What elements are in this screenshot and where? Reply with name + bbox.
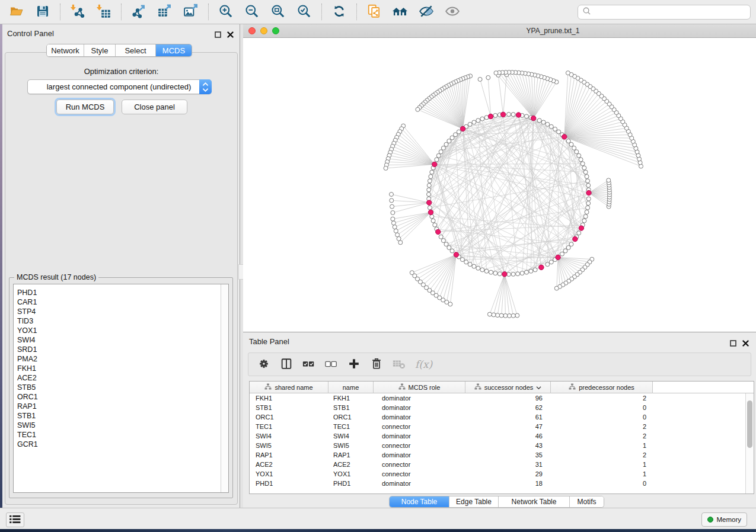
- network-node[interactable]: [577, 231, 581, 235]
- network-node[interactable]: [429, 175, 433, 179]
- network-node[interactable]: [427, 188, 431, 192]
- network-node[interactable]: [496, 313, 500, 318]
- zoom-fit-button[interactable]: [268, 2, 288, 21]
- import-table-button[interactable]: [94, 2, 114, 21]
- window-close-light[interactable]: [248, 27, 256, 34]
- mcds-result-item[interactable]: STB1: [14, 411, 220, 421]
- network-node[interactable]: [476, 266, 480, 270]
- table-cell[interactable]: ACE2: [328, 460, 374, 469]
- network-node[interactable]: [507, 113, 511, 117]
- network-node[interactable]: [586, 206, 590, 210]
- table-cell[interactable]: TEC1: [328, 422, 374, 431]
- table-cell[interactable]: YOX1: [328, 469, 374, 479]
- zoom-in-button[interactable]: [216, 2, 236, 21]
- network-node[interactable]: [494, 71, 498, 75]
- table-row[interactable]: ACE2ACE2connector311: [250, 460, 745, 469]
- eye-slash-button[interactable]: [416, 2, 436, 21]
- function-builder-button[interactable]: f(x): [415, 358, 432, 370]
- column-header-successor-nodes[interactable]: successor nodes: [465, 382, 551, 393]
- network-node[interactable]: [525, 114, 529, 118]
- network-node[interactable]: [583, 214, 588, 219]
- table-cell[interactable]: SWI4: [328, 431, 374, 441]
- network-node[interactable]: [441, 239, 445, 243]
- network-node[interactable]: [586, 183, 591, 187]
- network-node[interactable]: [549, 124, 553, 129]
- network-node[interactable]: [577, 153, 581, 158]
- tab-node-table[interactable]: Node Table: [390, 496, 449, 507]
- panel-menu-button[interactable]: [6, 512, 24, 527]
- network-node[interactable]: [436, 153, 441, 158]
- table-cell[interactable]: dominator: [374, 412, 465, 422]
- network-canvas[interactable]: [243, 38, 756, 332]
- mcds-result-item[interactable]: ACE2: [14, 373, 220, 383]
- network-node[interactable]: [478, 77, 482, 81]
- table-cell[interactable]: 43: [465, 441, 551, 450]
- network-node[interactable]: [484, 269, 489, 273]
- network-node[interactable]: [582, 219, 586, 223]
- network-node[interactable]: [450, 136, 454, 140]
- network-node[interactable]: [447, 139, 451, 143]
- save-session-button[interactable]: [33, 2, 53, 21]
- network-node[interactable]: [586, 179, 590, 183]
- mcds-result-item[interactable]: STB5: [14, 383, 220, 392]
- table-scrollbar[interactable]: [745, 393, 754, 493]
- network-node[interactable]: [516, 272, 520, 276]
- table-cell[interactable]: 0: [551, 479, 653, 488]
- table-cell[interactable]: 29: [465, 469, 551, 479]
- table-cell[interactable]: FKH1: [328, 393, 374, 403]
- table-cell[interactable]: 1: [551, 469, 653, 479]
- table-row[interactable]: STB1STB1dominator620: [250, 403, 745, 412]
- mcds-result-item[interactable]: SWI5: [14, 421, 220, 430]
- network-node[interactable]: [511, 272, 515, 276]
- table-cell[interactable]: 0: [551, 403, 653, 412]
- mcds-node[interactable]: [502, 272, 507, 277]
- network-node[interactable]: [433, 223, 437, 227]
- float-panel-icon[interactable]: [730, 338, 736, 349]
- tab-network-table[interactable]: Network Table: [499, 496, 570, 507]
- network-node[interactable]: [580, 162, 585, 166]
- mcds-result-item[interactable]: TID3: [14, 316, 220, 326]
- network-node[interactable]: [563, 249, 567, 253]
- window-zoom-light[interactable]: [272, 27, 279, 34]
- table-cell[interactable]: ACE2: [250, 460, 328, 469]
- close-panel-icon[interactable]: [742, 338, 749, 349]
- table-cell[interactable]: 2: [551, 393, 653, 403]
- network-node[interactable]: [391, 211, 395, 215]
- network-node[interactable]: [430, 170, 434, 174]
- table-row[interactable]: SWI4SWI4dominator462: [250, 431, 745, 441]
- network-node[interactable]: [454, 133, 458, 137]
- network-node[interactable]: [441, 146, 445, 150]
- network-node[interactable]: [427, 183, 431, 187]
- table-row[interactable]: ORC1ORC1dominator610: [250, 412, 745, 422]
- network-node[interactable]: [566, 246, 570, 250]
- table-cell[interactable]: 96: [465, 393, 551, 403]
- zoom-out-button[interactable]: [242, 2, 262, 21]
- mcds-node[interactable]: [562, 134, 567, 139]
- mcds-result-item[interactable]: SWI4: [14, 335, 220, 345]
- network-node[interactable]: [529, 269, 533, 273]
- network-node[interactable]: [497, 272, 502, 276]
- tab-motifs[interactable]: Motifs: [570, 496, 604, 507]
- network-node[interactable]: [394, 229, 398, 233]
- network-node[interactable]: [439, 235, 443, 239]
- network-node[interactable]: [493, 271, 497, 275]
- table-row[interactable]: YOX1YOX1connector291: [250, 469, 745, 479]
- close-panel-button[interactable]: Close panel: [122, 100, 187, 114]
- table-cell[interactable]: dominator: [374, 393, 465, 403]
- network-node[interactable]: [585, 210, 589, 214]
- table-cell[interactable]: connector: [374, 422, 465, 431]
- table-cell[interactable]: RAP1: [328, 450, 374, 460]
- network-node[interactable]: [410, 271, 414, 275]
- memory-button[interactable]: Memory: [701, 512, 747, 527]
- network-graph[interactable]: [243, 38, 756, 332]
- table-cell[interactable]: 1: [551, 460, 653, 469]
- network-node[interactable]: [416, 107, 420, 111]
- table-scrollbar-thumb[interactable]: [747, 400, 752, 448]
- table-cell[interactable]: PHD1: [250, 479, 328, 488]
- network-node[interactable]: [444, 242, 448, 246]
- network-node[interactable]: [499, 313, 503, 318]
- mcds-node[interactable]: [454, 252, 458, 257]
- table-cell[interactable]: STB1: [328, 403, 374, 412]
- table-cell[interactable]: connector: [374, 469, 465, 479]
- network-node[interactable]: [393, 225, 397, 229]
